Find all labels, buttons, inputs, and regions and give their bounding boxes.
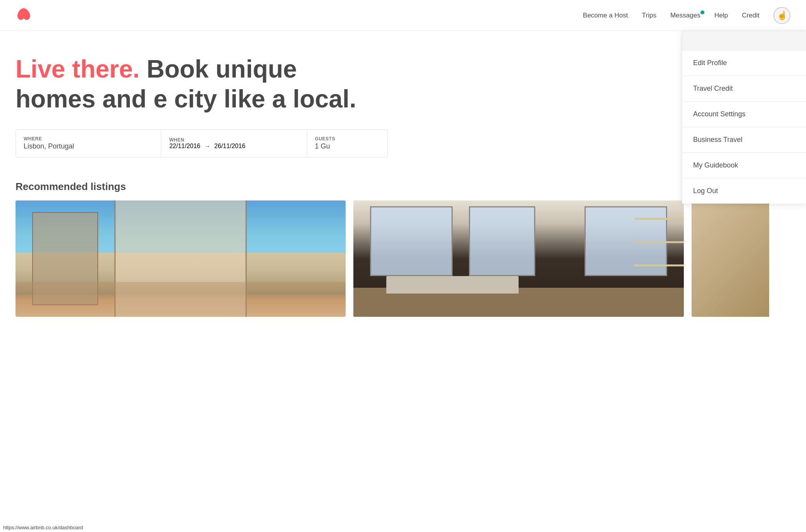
dropdown-item-travel-credit[interactable]: Travel Credit <box>682 76 806 102</box>
hero-heading: Live there. Book unique homes and e city… <box>16 54 365 114</box>
main-nav: Become a Host Trips Messages Help Credit… <box>583 7 790 24</box>
dropdown-item-my-guidebook[interactable]: My Guidebook <box>682 153 806 178</box>
nav-become-host[interactable]: Become a Host <box>583 12 628 19</box>
dropdown-item-log-out[interactable]: Log Out <box>682 178 806 204</box>
dropdown-item-business-travel[interactable]: Business Travel <box>682 127 806 153</box>
date-from: 22/11/2016 <box>169 143 200 150</box>
nav-help[interactable]: Help <box>714 12 728 19</box>
dropdown-item-edit-profile[interactable]: Edit Profile <box>682 50 806 76</box>
where-label: Where <box>24 136 153 142</box>
guests-value: 1 Gu <box>315 142 380 150</box>
listing-card-2[interactable] <box>353 200 683 317</box>
listing-image-1 <box>16 200 346 317</box>
logo[interactable] <box>16 8 31 23</box>
dropdown-item-account-settings[interactable]: Account Settings <box>682 102 806 127</box>
when-label: When <box>169 137 299 143</box>
where-field[interactable]: Where Lisbon, Portugal <box>16 130 161 157</box>
nav-trips[interactable]: Trips <box>642 12 656 19</box>
nav-messages[interactable]: Messages <box>670 12 700 19</box>
nav-credit[interactable]: Credit <box>742 12 759 19</box>
dropdown-header <box>682 31 806 50</box>
where-value: Lisbon, Portugal <box>24 142 153 150</box>
date-to: 26/11/2016 <box>214 143 245 150</box>
arrow-icon: → <box>204 143 210 150</box>
listing-image-2 <box>353 200 683 317</box>
guests-label: Guests <box>315 136 380 142</box>
listing-image-3 <box>692 200 769 317</box>
listing-card-1[interactable] <box>16 200 346 317</box>
cursor-icon: ☝ <box>777 10 787 21</box>
date-range: 22/11/2016 → 26/11/2016 <box>169 143 299 150</box>
user-dropdown-menu: Edit Profile Travel Credit Account Setti… <box>682 31 806 204</box>
search-bar[interactable]: Where Lisbon, Portugal When 22/11/2016 →… <box>16 130 388 157</box>
user-avatar-button[interactable]: ☝ <box>773 7 790 24</box>
listings-grid <box>16 200 790 317</box>
when-field[interactable]: When 22/11/2016 → 26/11/2016 <box>161 130 307 157</box>
messages-notification-dot <box>700 10 704 14</box>
hero-live-there: Live there. <box>16 55 140 83</box>
listing-card-3[interactable] <box>692 200 790 317</box>
recommended-title: Recommended listings <box>16 181 790 193</box>
guests-field[interactable]: Guests 1 Gu <box>307 130 387 157</box>
header: Become a Host Trips Messages Help Credit… <box>0 0 806 31</box>
